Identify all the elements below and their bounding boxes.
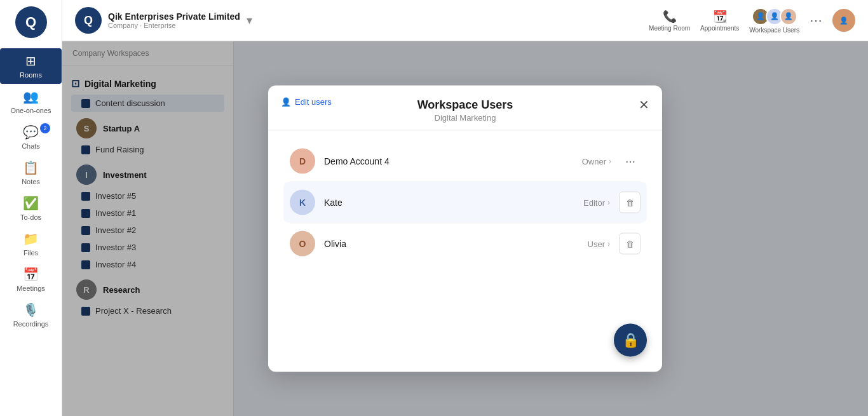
role-chevron-olivia: › [607,239,610,248]
header-actions: 📞 Meeting Room 📆 Appointments 👤 👤 👤 Work… [649,8,855,34]
company-name: Qik Enterprises Private Limited [108,11,240,22]
sidebar-item-todos-label: To-dos [20,213,41,221]
sidebar-item-recordings-label: Recordings [13,320,49,328]
user-name-olivia: Olivia [324,239,579,249]
user-name-kate: Kate [324,198,574,208]
company-info: Q Qik Enterprises Private Limited Compan… [75,7,641,34]
meeting-room-btn[interactable]: 📞 Meeting Room [649,10,690,32]
user-row-demo-account4[interactable]: D Demo Account 4 Owner › ⋯ [283,141,647,182]
workspace-users-label: Workspace Users [749,27,799,34]
role-chevron-demo: › [609,157,611,166]
modal-subtitle: Digital Marketing [283,113,647,123]
company-text: Qik Enterprises Private Limited Company … [108,11,240,29]
modal-title: Workspace Users [283,98,647,112]
appointments-label: Appointments [700,25,739,32]
sidebar-item-todos[interactable]: ✅ To-dos [0,191,62,226]
user-role-kate: Editor › [583,198,610,207]
fab-add-button[interactable]: 🔒 [614,324,647,357]
avatar-3: 👤 [780,8,797,25]
appointments-icon: 📆 [713,10,727,23]
user-delete-btn-olivia[interactable]: 🗑 [619,233,641,255]
modal-close-button[interactable]: ✕ [639,97,649,112]
files-icon: 📁 [23,231,39,246]
chats-icon: 💬 [23,124,39,140]
sidebar-item-one-on-ones-label: One-on-ones [10,107,51,114]
user-delete-btn-kate[interactable]: 🗑 [619,192,641,213]
user-more-btn-demo-account4[interactable]: ⋯ [620,152,641,170]
workspace-users-avatars: 👤 👤 👤 [752,8,797,25]
sidebar-item-meetings-label: Meetings [17,285,45,292]
user-role-olivia: User › [588,239,610,248]
user-actions-demo-account4: ⋯ [620,152,641,170]
appointments-btn[interactable]: 📆 Appointments [700,10,739,32]
user-avatar-kate: K [290,190,315,215]
app-logo: Q [15,6,47,38]
user-role-demo-account4: Owner › [582,156,611,166]
main-area: Company Workspaces ⊡ Digital Marketing C… [62,41,868,416]
sidebar-item-files-label: Files [24,249,38,257]
workspace-users-btn[interactable]: 👤 👤 👤 Workspace Users [749,8,799,34]
meeting-room-label: Meeting Room [649,25,690,32]
user-actions-olivia: 🗑 [619,233,641,255]
one-on-ones-icon: 👥 [23,89,39,104]
edit-users-label: Edit users [295,97,332,107]
recordings-icon: 🎙️ [23,302,39,318]
meeting-room-icon: 📞 [663,10,677,23]
user-avatar-demo-account4: D [290,149,315,174]
edit-users-icon: 👤 [281,97,291,107]
notes-icon: 📋 [23,160,39,175]
sidebar: Q ⊞ Rooms 👥 One-on-ones 💬 Chats 2 📋 Note… [0,0,62,416]
modal-header: 👤 Edit users Workspace Users Digital Mar… [268,86,662,131]
sidebar-item-one-on-ones[interactable]: 👥 One-on-ones [0,84,62,119]
modal-body: D Demo Account 4 Owner › ⋯ K Kate [268,131,662,372]
rooms-icon: ⊞ [25,53,36,69]
more-options-icon[interactable]: ⋯ [810,13,822,28]
sidebar-item-rooms[interactable]: ⊞ Rooms [0,48,62,84]
company-dropdown-icon[interactable]: ▾ [247,13,252,27]
user-row-olivia[interactable]: O Olivia User › 🗑 [283,224,647,264]
role-chevron-kate: › [607,198,610,207]
user-avatar[interactable]: 👤 [832,9,855,32]
workspace-users-modal: 👤 Edit users Workspace Users Digital Mar… [268,86,662,372]
sidebar-item-rooms-label: Rooms [20,71,42,79]
fab-icon: 🔒 [622,332,639,349]
sidebar-item-files[interactable]: 📁 Files [0,226,62,262]
sidebar-item-notes-label: Notes [22,178,40,185]
user-actions-kate: 🗑 [619,192,641,213]
chats-badge: 2 [40,123,50,133]
sidebar-item-notes[interactable]: 📋 Notes [0,155,62,191]
meetings-icon: 📅 [23,267,39,282]
sidebar-item-meetings[interactable]: 📅 Meetings [0,262,62,297]
sidebar-item-chats[interactable]: 💬 Chats 2 [0,119,62,155]
header: Q Qik Enterprises Private Limited Compan… [62,0,868,41]
todos-icon: ✅ [23,196,39,211]
sidebar-item-recordings[interactable]: 🎙️ Recordings [0,297,62,333]
user-name-demo-account4: Demo Account 4 [324,156,573,166]
company-type: Company · Enterprise [108,22,240,29]
user-avatar-olivia: O [290,231,315,257]
company-logo: Q [75,7,102,34]
edit-users-button[interactable]: 👤 Edit users [281,97,332,107]
sidebar-item-chats-label: Chats [22,142,40,150]
user-row-kate[interactable]: K Kate Editor › 🗑 [283,182,647,223]
